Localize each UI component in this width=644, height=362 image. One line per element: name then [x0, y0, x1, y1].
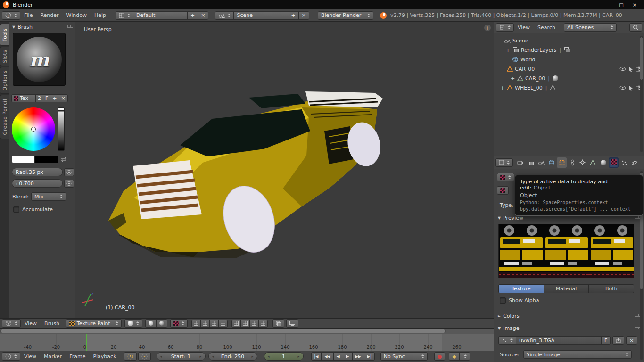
- texture-datablock-button[interactable]: [497, 186, 509, 195]
- menu-help[interactable]: Help: [91, 10, 110, 21]
- expander-open-icon[interactable]: −: [500, 66, 505, 72]
- preview-material-button[interactable]: Material: [544, 284, 589, 293]
- texture-users-button[interactable]: 2: [35, 94, 43, 102]
- image-source-dropdown[interactable]: Single Image: [523, 350, 632, 359]
- tab-modifiers[interactable]: [578, 157, 587, 168]
- secondary-color-swatch[interactable]: [35, 156, 58, 163]
- toolshelf-tab-tools[interactable]: Tools: [0, 24, 9, 46]
- pivot-center-button[interactable]: [145, 319, 157, 328]
- expander-closed-icon[interactable]: +: [500, 85, 505, 91]
- timeline-menu-frame[interactable]: Frame: [66, 351, 89, 362]
- image-name-field[interactable]: uvw8n_3.TGA: [516, 336, 602, 345]
- image-pack-button[interactable]: [612, 336, 624, 345]
- layer-grid-toggle-5[interactable]: [231, 320, 241, 328]
- toolshelf-tab-slots[interactable]: Slots: [0, 47, 9, 66]
- image-unlink-button[interactable]: ×: [626, 336, 637, 345]
- screen-layout-name-field[interactable]: Default: [133, 11, 188, 20]
- scene-name-field[interactable]: Scene: [233, 11, 288, 20]
- strength-slider[interactable]: : 0.700: [12, 179, 63, 188]
- minimize-button[interactable]: ─: [602, 1, 615, 8]
- preview-both-button[interactable]: Both: [588, 284, 634, 293]
- value-slider-cursor[interactable]: [58, 111, 64, 112]
- tab-render-layers[interactable]: [526, 157, 536, 168]
- menu-file[interactable]: File: [20, 10, 36, 21]
- scene-delete-button[interactable]: ×: [298, 11, 309, 20]
- play-reverse-button[interactable]: ◀: [333, 352, 343, 361]
- next-keyframe-button[interactable]: ▶▶: [352, 352, 364, 361]
- keying-set-dropdown[interactable]: [459, 352, 470, 361]
- screen-layout-browse-button[interactable]: [116, 11, 133, 20]
- timeline-scrollbar[interactable]: [0, 329, 494, 334]
- outliner-row-wheel00[interactable]: + WHEEL_00 |: [494, 83, 644, 92]
- outliner-row-world[interactable]: World: [494, 55, 644, 64]
- texture-fake-user-button[interactable]: F: [43, 94, 50, 102]
- expander-open-icon[interactable]: −: [497, 38, 502, 44]
- previous-keyframe-button[interactable]: ◀◀: [321, 352, 333, 361]
- close-button[interactable]: ×: [628, 1, 641, 8]
- car-model[interactable]: [75, 22, 494, 318]
- current-frame-field[interactable]: ◂ 1 ▸: [264, 352, 304, 361]
- viewport-menu-brush[interactable]: Brush: [41, 318, 63, 329]
- brush-panel-header[interactable]: ▼ Brush: [9, 23, 75, 31]
- current-frame-playhead[interactable]: [86, 334, 87, 351]
- screen-grab-button[interactable]: [286, 319, 298, 328]
- editor-type-properties-button[interactable]: [495, 158, 513, 167]
- jump-to-end-button[interactable]: ▶|: [364, 352, 375, 361]
- editor-type-info-button[interactable]: i: [2, 11, 20, 20]
- layer-grid-toggle-6[interactable]: [240, 320, 250, 328]
- outliner-row-car00[interactable]: − CAR_00: [494, 64, 644, 74]
- end-frame-field[interactable]: ◂ End:250 ▸: [208, 352, 257, 361]
- layer-grid-toggle-7[interactable]: [249, 320, 259, 328]
- outliner-row-car00-data[interactable]: + CAR_00 |: [494, 74, 644, 83]
- timeline-menu-marker[interactable]: Marker: [40, 351, 66, 362]
- outliner-filter-dropdown[interactable]: All Scenes: [564, 23, 617, 32]
- blend-mode-dropdown[interactable]: Mix: [31, 192, 66, 201]
- layer-grid-toggle-8[interactable]: [258, 320, 268, 328]
- tab-material[interactable]: [598, 157, 608, 168]
- region-split-plus-widget[interactable]: +: [484, 25, 491, 31]
- image-fake-user-button[interactable]: F: [601, 336, 611, 345]
- expander-closed-icon[interactable]: +: [505, 47, 511, 53]
- viewport-shading-dropdown[interactable]: [124, 319, 142, 328]
- strength-pressure-button[interactable]: [64, 180, 74, 188]
- timeline-menu-view[interactable]: View: [20, 351, 40, 362]
- outliner-row-scene[interactable]: − Scene: [494, 36, 644, 45]
- outliner-menu-view[interactable]: View: [514, 22, 534, 33]
- screen-layout-add-button[interactable]: +: [187, 11, 198, 20]
- preview-texture-button[interactable]: Texture: [498, 284, 544, 293]
- tab-object[interactable]: [557, 157, 567, 168]
- timeline-scrollbar-handle[interactable]: [0, 329, 446, 333]
- layer-grid-toggle-2[interactable]: [200, 320, 210, 328]
- radius-pressure-button[interactable]: [64, 168, 74, 176]
- 3d-viewport[interactable]: User Persp z (1) CAR_00 +: [75, 22, 494, 318]
- panel-drag-dots-icon[interactable]: [67, 25, 73, 28]
- render-engine-dropdown[interactable]: Blender Render: [318, 11, 373, 20]
- auto-keyframe-record-button[interactable]: ●: [434, 352, 446, 361]
- scene-add-button[interactable]: +: [288, 11, 298, 20]
- texture-slot-browse-button[interactable]: [497, 173, 514, 181]
- screen-layout-delete-button[interactable]: ×: [198, 11, 208, 20]
- outliner-menu-search[interactable]: Search: [534, 22, 559, 33]
- play-button[interactable]: ▶: [343, 352, 353, 361]
- copy-image-button[interactable]: [272, 319, 284, 328]
- tab-physics[interactable]: [629, 157, 639, 168]
- tab-particles[interactable]: [619, 157, 629, 168]
- toolshelf-tab-grease-pencil[interactable]: Grease Pencil: [0, 95, 9, 139]
- color-wheel[interactable]: [12, 107, 55, 151]
- jump-to-start-button[interactable]: |◀: [311, 352, 322, 361]
- texture-name-field[interactable]: Tex: [11, 94, 36, 102]
- visibility-eye-icon[interactable]: [619, 66, 627, 71]
- brush-preview[interactable]: m: [13, 33, 66, 86]
- mode-dropdown[interactable]: Texture Paint: [66, 319, 122, 328]
- accumulate-checkbox[interactable]: [13, 206, 19, 213]
- outliner-row-renderlayers[interactable]: + RenderLayers |: [494, 45, 644, 55]
- timeline-ruler[interactable]: -40 -20 0 20 40 60 80 100 120 140 160 18…: [0, 329, 494, 351]
- outliner-scrollbar-handle[interactable]: [640, 37, 643, 80]
- sync-mode-dropdown[interactable]: No Sync: [380, 352, 428, 361]
- selectability-cursor-icon[interactable]: [627, 85, 635, 91]
- keying-set-key-button[interactable]: ◆: [449, 352, 459, 361]
- layer-grid-toggle-3[interactable]: [209, 320, 219, 328]
- tab-render[interactable]: [515, 157, 525, 168]
- editor-type-outliner-button[interactable]: [496, 23, 514, 32]
- viewport-menu-view[interactable]: View: [21, 318, 41, 329]
